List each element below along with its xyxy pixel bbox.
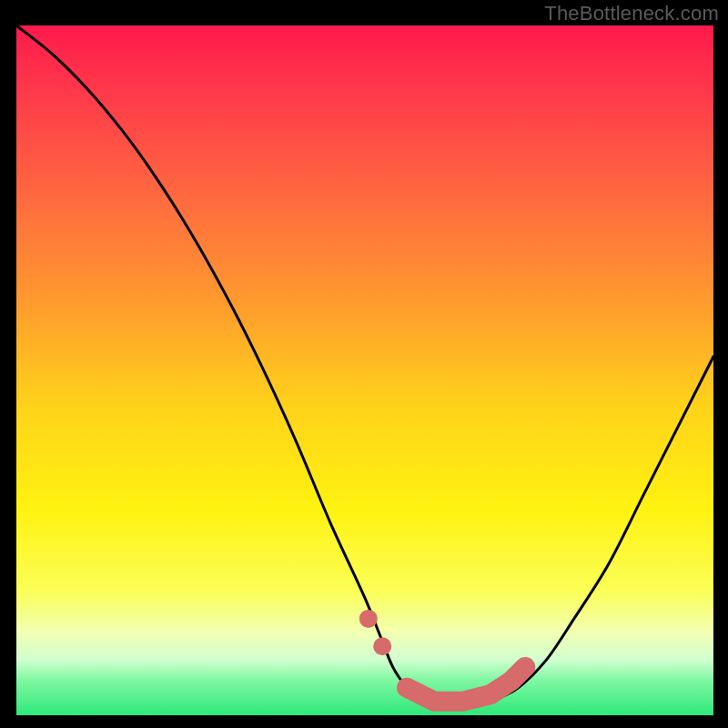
plot-area [16,25,713,715]
watermark-text: TheBottleneck.com [544,2,719,25]
chart-svg [16,25,713,715]
highlight-dot [373,637,391,655]
chart-stage: TheBottleneck.com [0,0,728,728]
highlight-dot [359,610,378,628]
